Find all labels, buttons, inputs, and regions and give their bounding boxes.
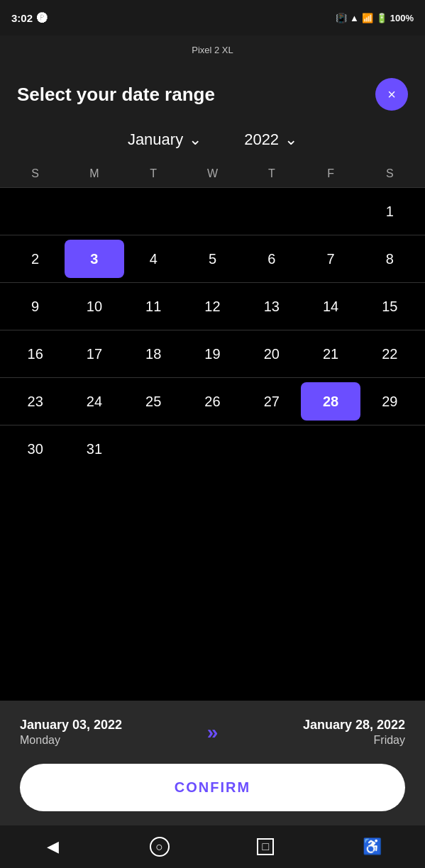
close-icon: × — [387, 87, 396, 103]
day-cell-6-1[interactable]: 30 — [6, 430, 65, 468]
day-cell-5-6[interactable]: 28 — [301, 382, 360, 421]
day-cell-1-2 — [65, 192, 123, 230]
calendar-week-2: 2345678 — [0, 235, 425, 282]
day-cell-3-2[interactable]: 10 — [65, 287, 123, 326]
day-header-sun: S — [6, 167, 65, 180]
day-cell-4-3[interactable]: 18 — [124, 335, 183, 373]
day-cell-3-1[interactable]: 9 — [6, 287, 65, 326]
day-headers: S M T W T F S — [0, 160, 425, 187]
back-button[interactable]: ◀ — [39, 833, 67, 861]
confirm-button[interactable]: CONFIRM — [20, 764, 405, 811]
start-date-label: January 03, 2022 — [20, 718, 122, 733]
day-cell-5-3[interactable]: 25 — [124, 382, 183, 421]
day-cell-1-3 — [124, 192, 183, 230]
main-content: Select your date range × January ⌄ 2022 … — [0, 64, 425, 160]
close-button[interactable]: × — [375, 78, 408, 111]
day-cell-4-4[interactable]: 19 — [183, 335, 242, 373]
day-cell-2-6[interactable]: 7 — [301, 240, 360, 278]
time: 3:02 — [11, 12, 33, 24]
start-day-label: Monday — [20, 734, 122, 747]
day-header-wed: W — [183, 167, 242, 180]
confirm-label: CONFIRM — [175, 779, 250, 796]
home-button[interactable]: ○ — [145, 833, 174, 861]
day-cell-4-2[interactable]: 17 — [65, 335, 123, 373]
start-date-info: January 03, 2022 Monday — [20, 718, 122, 747]
recent-icon: □ — [257, 838, 274, 855]
day-cell-3-6[interactable]: 14 — [301, 287, 360, 326]
arrow-icon: » — [207, 721, 219, 744]
bottom-panel: January 03, 2022 Monday » January 28, 20… — [0, 701, 425, 825]
day-cell-6-5 — [242, 430, 301, 468]
month-chevron-icon: ⌄ — [189, 130, 202, 149]
day-cell-6-7 — [360, 430, 419, 468]
month-label: January — [128, 130, 183, 149]
day-header-thu: T — [242, 167, 301, 180]
signal-icon: 📶 — [362, 13, 373, 23]
day-cell-2-3[interactable]: 4 — [124, 240, 183, 278]
sim-icon: 🅟 — [37, 12, 48, 24]
day-cell-1-4 — [183, 192, 242, 230]
day-cell-4-5[interactable]: 20 — [242, 335, 301, 373]
day-cell-3-7[interactable]: 15 — [360, 287, 419, 326]
nav-bar: ◀ ○ □ ♿ — [0, 825, 425, 868]
day-cell-1-5 — [242, 192, 301, 230]
day-cell-3-5[interactable]: 13 — [242, 287, 301, 326]
back-icon: ◀ — [47, 838, 59, 856]
day-cell-3-3[interactable]: 11 — [124, 287, 183, 326]
day-cell-2-7[interactable]: 8 — [360, 240, 419, 278]
calendar-week-1: 1 — [0, 187, 425, 235]
day-cell-1-6 — [301, 192, 360, 230]
calendar-week-3: 9101112131415 — [0, 282, 425, 330]
battery-icon: 🔋 — [376, 13, 387, 23]
year-label: 2022 — [244, 130, 279, 149]
day-cell-4-7[interactable]: 22 — [360, 335, 419, 373]
day-header-mon: M — [65, 167, 123, 180]
calendar-week-4: 16171819202122 — [0, 330, 425, 377]
title-bar: Pixel 2 XL — [0, 35, 425, 64]
month-selector[interactable]: January ⌄ — [128, 130, 202, 149]
wifi-icon: ▲ — [350, 13, 359, 23]
device-name: Pixel 2 XL — [192, 45, 233, 55]
page-title: Select your date range — [17, 84, 215, 106]
year-selector[interactable]: 2022 ⌄ — [244, 130, 297, 149]
status-left: 3:02 🅟 — [11, 12, 48, 24]
day-cell-6-4 — [183, 430, 242, 468]
day-cell-5-2[interactable]: 24 — [65, 382, 123, 421]
vibrate-icon: 📳 — [336, 13, 347, 23]
day-cell-6-3 — [124, 430, 183, 468]
year-chevron-icon: ⌄ — [285, 130, 297, 149]
day-cell-4-6[interactable]: 21 — [301, 335, 360, 373]
day-cell-5-7[interactable]: 29 — [360, 382, 419, 421]
status-bar: 3:02 🅟 📳 ▲ 📶 🔋 100% — [0, 0, 425, 35]
day-cell-6-6 — [301, 430, 360, 468]
day-cell-2-1[interactable]: 2 — [6, 240, 65, 278]
home-icon: ○ — [150, 837, 170, 857]
day-cell-3-4[interactable]: 12 — [183, 287, 242, 326]
day-cell-5-4[interactable]: 26 — [183, 382, 242, 421]
day-cell-1-1 — [6, 192, 65, 230]
calendar-weeks: 1234567891011121314151617181920212223242… — [0, 187, 425, 472]
day-cell-1-7[interactable]: 1 — [360, 192, 419, 230]
day-cell-6-2[interactable]: 31 — [65, 430, 123, 468]
end-day-label: Friday — [303, 734, 405, 747]
recent-button[interactable]: □ — [251, 833, 280, 861]
header: Select your date range × — [0, 64, 425, 122]
day-cell-4-1[interactable]: 16 — [6, 335, 65, 373]
calendar-week-5: 23242526272829 — [0, 377, 425, 425]
day-header-fri: F — [301, 167, 360, 180]
day-header-tue: T — [124, 167, 183, 180]
accessibility-button[interactable]: ♿ — [358, 833, 386, 861]
day-cell-2-4[interactable]: 5 — [183, 240, 242, 278]
day-cell-5-1[interactable]: 23 — [6, 382, 65, 421]
day-cell-2-2[interactable]: 3 — [65, 240, 123, 278]
date-range-row: January 03, 2022 Monday » January 28, 20… — [20, 718, 405, 747]
calendar-week-6: 3031 — [0, 425, 425, 472]
day-cell-5-5[interactable]: 27 — [242, 382, 301, 421]
calendar: S M T W T F S 12345678910111213141516171… — [0, 160, 425, 472]
month-year-row: January ⌄ 2022 ⌄ — [0, 122, 425, 160]
end-date-label: January 28, 2022 — [303, 718, 405, 733]
accessibility-icon: ♿ — [363, 838, 382, 856]
day-header-sat: S — [360, 167, 419, 180]
day-cell-2-5[interactable]: 6 — [242, 240, 301, 278]
battery-level: 100% — [390, 13, 414, 23]
